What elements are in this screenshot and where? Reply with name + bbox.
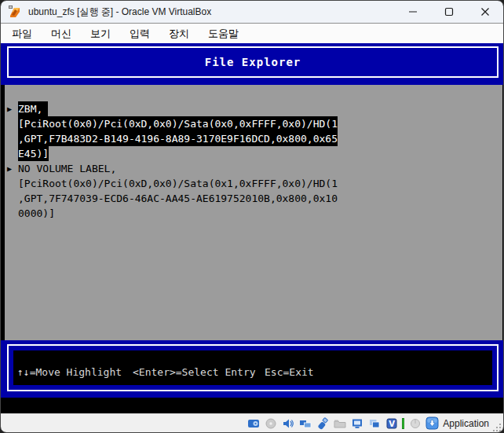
maximize-button[interactable] — [431, 1, 467, 23]
entry-line: E45)] — [18, 146, 49, 161]
menu-help[interactable]: 도움말 — [199, 24, 248, 43]
boot-entry-no-volume-label[interactable]: ▶ NO VOLUME LABEL, [PciRoot(0x0)/Pci(0xD… — [5, 161, 502, 221]
features-icon[interactable]: V — [385, 416, 398, 430]
resize-grip[interactable] — [492, 421, 502, 432]
entry-arrow-icon: ▶ — [7, 163, 12, 174]
entry-line: ,GPT,F7B483D2-B149-4196-8A89-3170E9F16DC… — [18, 131, 338, 146]
svg-text:V: V — [389, 420, 395, 428]
display-icon[interactable] — [350, 416, 363, 430]
entry-line: [PciRoot(0x0)/Pci(0xD,0x0)/Sata(0x1,0xFF… — [18, 176, 338, 191]
window-controls — [395, 1, 503, 23]
network-icon[interactable] — [298, 416, 312, 430]
recording-icon[interactable] — [367, 416, 381, 430]
activity-indicator — [402, 418, 404, 429]
titlebar[interactable]: ubuntu_zfs [실행 중] - Oracle VM VirtualBox — [1, 1, 503, 23]
hard-disk-icon[interactable] — [247, 416, 260, 430]
statusbar-application-label: Application — [443, 418, 489, 429]
menu-file[interactable]: 파일 — [2, 24, 42, 43]
efi-help-box: ↑↓=Move Highlight <Enter>=Select Entry E… — [7, 344, 499, 391]
menu-machine[interactable]: 머신 — [42, 24, 81, 43]
audio-icon[interactable] — [281, 416, 294, 430]
optical-disc-icon[interactable] — [264, 416, 277, 430]
usb-icon[interactable] — [316, 416, 329, 430]
entry-line: [PciRoot(0x0)/Pci(0xD,0x0)/Sata(0x0,0xFF… — [18, 116, 338, 131]
entry-line: NO VOLUME LABEL, — [18, 161, 116, 176]
minimize-button[interactable] — [395, 1, 431, 23]
efi-body: ▶ ZBM, [PciRoot(0x0)/Pci(0xD,0x0)/Sata(0… — [5, 85, 502, 340]
menu-view[interactable]: 보기 — [81, 24, 120, 43]
efi-header-box: File Explorer — [7, 46, 499, 78]
entry-arrow-icon: ▶ — [7, 104, 12, 114]
virtualbox-vm-icon — [8, 5, 22, 19]
entry-line: ZBM, — [18, 101, 48, 116]
shared-folders-icon[interactable] — [333, 416, 346, 430]
menubar: 파일 머신 보기 입력 장치 도움말 — [1, 23, 503, 43]
menu-devices[interactable]: 장치 — [159, 24, 199, 43]
efi-header: File Explorer — [1, 43, 504, 85]
boot-entry-zbm[interactable]: ▶ ZBM, [PciRoot(0x0)/Pci(0xD,0x0)/Sata(0… — [5, 101, 502, 161]
statusbar-icons: V — [247, 416, 439, 430]
efi-help-bar: ↑↓=Move Highlight <Enter>=Select Entry E… — [1, 340, 504, 398]
boot-entry-list: ▶ ZBM, [PciRoot(0x0)/Pci(0xD,0x0)/Sata(0… — [5, 101, 502, 221]
mouse-icon[interactable] — [408, 416, 422, 430]
help-esc-exit: Esc=Exit — [265, 366, 314, 378]
entry-line: ,GPT,7F747039-ECD6-46AC-AA45-AE619752010… — [18, 191, 338, 206]
help-move-highlight: ↑↓=Move Highlight — [17, 366, 122, 378]
virtualbox-window: ubuntu_zfs [실행 중] - Oracle VM VirtualBox… — [0, 0, 504, 433]
entry-line: 0000)] — [18, 206, 55, 221]
efi-page-title: File Explorer — [205, 56, 301, 68]
keyboard-menu-icon[interactable] — [425, 416, 439, 430]
menu-input[interactable]: 입력 — [120, 24, 159, 43]
efi-help-text-area: ↑↓=Move Highlight <Enter>=Select Entry E… — [13, 350, 492, 385]
close-button[interactable] — [467, 1, 503, 23]
vm-display[interactable]: File Explorer ▶ ZBM, [PciRoot(0x0)/Pci(0… — [1, 43, 504, 415]
help-select-entry: <Enter>=Select Entry — [133, 366, 256, 378]
window-title: ubuntu_zfs [실행 중] - Oracle VM VirtualBox — [28, 6, 211, 19]
statusbar: V Application — [1, 413, 503, 432]
